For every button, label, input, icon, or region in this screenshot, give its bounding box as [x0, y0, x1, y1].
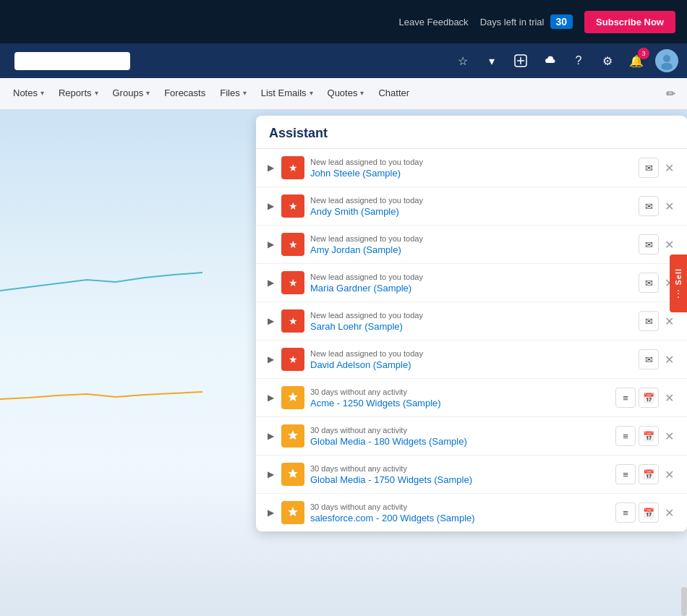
item-subtitle: New lead assigned to you today	[310, 273, 633, 281]
nav-item-forecasts[interactable]: Forecasts	[157, 78, 213, 109]
item-title[interactable]: salesforce.com - 200 Widgets (Sample)	[310, 513, 610, 523]
close-button[interactable]: ✕	[662, 236, 677, 253]
nav-item-reports[interactable]: Reports ▾	[51, 78, 106, 109]
nav-item-chatter[interactable]: Chatter	[371, 78, 417, 109]
subscribe-button[interactable]: Subscribe Now	[584, 11, 675, 33]
expand-button[interactable]: ▶	[266, 429, 276, 442]
list-item: ▶ ★ New lead assigned to you today Sarah…	[256, 302, 687, 341]
close-button[interactable]: ✕	[662, 505, 677, 521]
item-subtitle: 30 days without any activity	[310, 464, 610, 473]
item-title[interactable]: Global Media - 1750 Widgets (Sample)	[310, 474, 610, 485]
chevron-down-icon[interactable]: ▾	[482, 51, 502, 71]
list-item: ▶ 30 days without any activity Global Me…	[256, 455, 687, 494]
nav-list-emails-label: List Emails	[261, 87, 307, 98]
list-item: ▶ ★ New lead assigned to you today Amy J…	[256, 226, 687, 264]
expand-button[interactable]: ▶	[266, 238, 276, 251]
item-content: New lead assigned to you today Sarah Loe…	[310, 311, 633, 332]
avatar[interactable]	[655, 49, 678, 72]
item-actions: ✉ ✕	[639, 234, 677, 254]
expand-button[interactable]: ▶	[266, 391, 276, 404]
nav-edit-icon[interactable]: ✏	[660, 78, 681, 109]
expand-button[interactable]: ▶	[266, 468, 276, 481]
sell-dots-icon: ⋮	[674, 288, 683, 299]
help-icon[interactable]: ?	[568, 51, 589, 71]
nav-files-label: Files	[220, 87, 239, 98]
close-button[interactable]: ✕	[662, 160, 677, 176]
lead-icon: ★	[281, 233, 304, 256]
close-button[interactable]: ✕	[662, 198, 677, 215]
nav-item-notes[interactable]: Notes ▾	[6, 78, 51, 109]
calendar-button[interactable]: 📅	[639, 426, 659, 446]
item-title[interactable]: Global Media - 180 Widgets (Sample)	[310, 436, 610, 447]
item-title[interactable]: John Steele (Sample)	[310, 168, 633, 179]
add-icon[interactable]	[511, 51, 531, 71]
opportunity-icon	[281, 424, 304, 448]
email-button[interactable]: ✉	[639, 311, 659, 331]
cloud-icon[interactable]	[539, 51, 560, 71]
nav-item-groups[interactable]: Groups ▾	[106, 78, 158, 109]
assistant-list: ▶ ★ New lead assigned to you today John …	[256, 149, 687, 531]
item-title[interactable]: Amy Jordan (Sample)	[310, 244, 633, 255]
item-subtitle: New lead assigned to you today	[310, 349, 633, 358]
calendar-button[interactable]: 📅	[639, 502, 659, 523]
notification-badge: 3	[638, 48, 649, 59]
email-button[interactable]: ✉	[639, 273, 659, 293]
expand-button[interactable]: ▶	[266, 353, 276, 366]
item-content: 30 days without any activity Global Medi…	[310, 426, 610, 447]
close-button[interactable]: ✕	[662, 466, 677, 483]
icon-bar: ☆ ▾ ? ⚙ 🔔 3	[0, 43, 687, 78]
email-button[interactable]: ✉	[639, 234, 659, 254]
close-button[interactable]: ✕	[662, 313, 677, 330]
nav-item-files[interactable]: Files ▾	[213, 78, 253, 109]
leave-feedback-link[interactable]: Leave Feedback	[399, 17, 469, 27]
nav-chatter-label: Chatter	[378, 87, 409, 98]
notifications-icon[interactable]: 🔔 3	[626, 51, 647, 71]
svg-point-5	[661, 63, 673, 70]
nav-item-quotes[interactable]: Quotes ▾	[320, 78, 372, 109]
list-item: ▶ ★ New lead assigned to you today David…	[256, 341, 687, 379]
item-content: New lead assigned to you today Amy Jorda…	[310, 234, 633, 255]
task-button[interactable]: ≡	[615, 426, 636, 446]
item-subtitle: New lead assigned to you today	[310, 311, 633, 320]
close-button[interactable]: ✕	[662, 428, 677, 445]
list-item: ▶ 30 days without any activity salesforc…	[256, 494, 687, 531]
calendar-button[interactable]: 📅	[639, 388, 659, 408]
settings-icon[interactable]: ⚙	[597, 51, 618, 71]
item-actions: ≡ 📅 ✕	[615, 388, 677, 408]
chart-svg	[0, 146, 217, 508]
item-title[interactable]: Maria Gardner (Sample)	[310, 283, 633, 294]
expand-button[interactable]: ▶	[266, 315, 276, 328]
task-button[interactable]: ≡	[615, 388, 636, 408]
item-subtitle: New lead assigned to you today	[310, 158, 633, 166]
opportunity-icon	[281, 386, 304, 409]
nav-groups-chevron: ▾	[146, 89, 150, 97]
email-button[interactable]: ✉	[639, 196, 659, 216]
nav-groups-label: Groups	[113, 87, 144, 98]
item-title[interactable]: Andy Smith (Sample)	[310, 206, 633, 217]
sell-side-button[interactable]: Sell ⋮	[670, 254, 687, 312]
nav-files-chevron: ▾	[243, 89, 247, 97]
item-title[interactable]: David Adelson (Sample)	[310, 359, 633, 370]
nav-item-list-emails[interactable]: List Emails ▾	[254, 78, 320, 109]
email-button[interactable]: ✉	[639, 158, 659, 178]
item-title[interactable]: Sarah Loehr (Sample)	[310, 321, 633, 332]
search-input[interactable]	[14, 52, 130, 70]
close-button[interactable]: ✕	[662, 351, 677, 368]
star-icon[interactable]: ☆	[453, 51, 473, 71]
expand-button[interactable]: ▶	[266, 506, 276, 519]
email-button[interactable]: ✉	[639, 349, 659, 369]
item-actions: ✉ ✕	[639, 349, 677, 369]
expand-button[interactable]: ▶	[266, 161, 276, 174]
item-title[interactable]: Acme - 1250 Widgets (Sample)	[310, 398, 610, 408]
item-content: 30 days without any activity Acme - 1250…	[310, 388, 610, 408]
expand-button[interactable]: ▶	[266, 200, 276, 213]
task-button[interactable]: ≡	[615, 502, 636, 523]
nav-reports-label: Reports	[59, 87, 92, 98]
calendar-button[interactable]: 📅	[639, 464, 659, 484]
main-content: ↻ Assistant ▶ ★ New lead assigned to you…	[0, 110, 687, 616]
top-bar: Leave Feedback Days left in trial 30 Sub…	[0, 0, 687, 43]
expand-button[interactable]: ▶	[266, 276, 276, 289]
task-button[interactable]: ≡	[615, 464, 636, 484]
close-button[interactable]: ✕	[662, 390, 677, 406]
icon-bar-left	[9, 52, 444, 70]
